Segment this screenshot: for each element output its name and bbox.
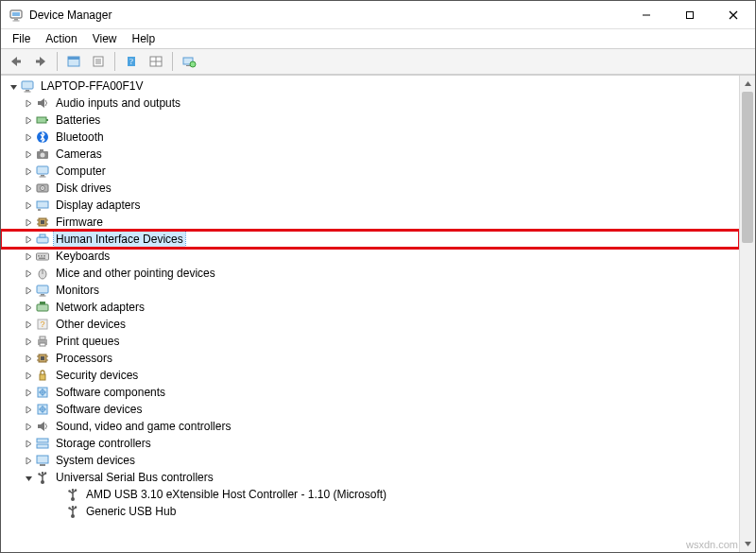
tree-item-label: Security devices <box>54 368 140 383</box>
tree-item-cameras[interactable]: Cameras <box>1 146 739 163</box>
svg-rect-60 <box>40 302 45 304</box>
tree-item-firmware[interactable]: Firmware <box>1 214 739 231</box>
tree-twist-icon[interactable] <box>22 406 35 414</box>
menu-file[interactable]: File <box>5 30 38 47</box>
svg-rect-22 <box>186 65 190 66</box>
other-icon: ? <box>35 317 50 332</box>
tree-item-computer[interactable]: Computer <box>1 163 739 180</box>
svg-rect-2 <box>14 19 18 21</box>
tree-item-security[interactable]: Security devices <box>1 367 739 384</box>
tree-twist-icon[interactable] <box>22 218 35 227</box>
tree-item-hid[interactable]: Human Interface Devices <box>1 231 739 248</box>
tree-twist-icon[interactable] <box>22 423 35 431</box>
tree-item-label: Batteries <box>54 112 102 128</box>
menu-action[interactable]: Action <box>38 30 84 47</box>
tree-item-print[interactable]: Print queues <box>1 333 739 350</box>
tree-twist-icon[interactable] <box>22 457 35 465</box>
vertical-scrollbar[interactable] <box>739 76 755 552</box>
tree-twist-icon[interactable] <box>22 320 35 329</box>
cpu-icon <box>35 351 50 366</box>
tree-item-system[interactable]: System devices <box>1 452 739 469</box>
tree-item-usb[interactable]: Universal Serial Bus controllers <box>1 469 739 486</box>
minimize-button[interactable] <box>625 1 668 29</box>
svg-rect-24 <box>22 81 33 89</box>
tree-item-cpu[interactable]: Processors <box>1 350 739 367</box>
tree-item-label: Software devices <box>54 402 144 417</box>
mouse-icon <box>35 266 50 281</box>
scan-hardware-button[interactable] <box>178 51 200 72</box>
svg-rect-56 <box>37 285 48 293</box>
svg-rect-53 <box>39 258 45 260</box>
tree-item-disk[interactable]: Disk drives <box>1 180 739 197</box>
back-button[interactable] <box>5 51 27 72</box>
svg-rect-67 <box>41 356 44 360</box>
tree-twist-icon[interactable] <box>22 269 35 278</box>
svg-rect-34 <box>41 175 44 177</box>
tree-twist-icon[interactable] <box>22 235 35 244</box>
software-icon <box>35 385 50 400</box>
tree-item-mice[interactable]: Mice and other pointing devices <box>1 265 739 282</box>
scroll-down-button[interactable] <box>740 536 755 552</box>
svg-rect-96 <box>75 507 77 509</box>
tree-item-label: Cameras <box>54 147 104 162</box>
tree-item-network[interactable]: Network adapters <box>1 299 739 316</box>
maximize-button[interactable] <box>668 1 712 29</box>
tree-twist-icon[interactable] <box>7 82 20 91</box>
tree-twist-icon[interactable] <box>22 133 35 142</box>
svg-point-87 <box>38 473 40 475</box>
tree-item-usb-generic[interactable]: Generic USB Hub <box>1 503 739 520</box>
menu-help[interactable]: Help <box>125 30 163 47</box>
tree-item-other[interactable]: ? Other devices <box>1 316 739 333</box>
tree-twist-icon[interactable] <box>22 116 35 125</box>
tree-item-swdev[interactable]: Software devices <box>1 401 739 418</box>
forward-button[interactable] <box>29 51 52 72</box>
tree-item-swcomp[interactable]: Software components <box>1 384 739 401</box>
svg-point-91 <box>68 490 70 492</box>
tree-twist-icon[interactable] <box>22 150 35 159</box>
menu-view[interactable]: View <box>85 30 125 47</box>
scroll-thumb[interactable] <box>742 92 753 243</box>
help-button[interactable]: ? <box>120 51 143 72</box>
tree-item-label: Audio inputs and outputs <box>54 95 182 111</box>
svg-rect-3 <box>13 20 20 21</box>
svg-rect-35 <box>40 177 46 178</box>
device-tree[interactable]: LAPTOP-FFA00F1V Audio inputs and outputs… <box>1 76 739 552</box>
tree-item-audio[interactable]: Audio inputs and outputs <box>1 95 739 112</box>
svg-rect-52 <box>43 255 45 257</box>
device-manager-window: Device Manager File Action View Help <box>0 0 756 553</box>
monitor-icon <box>35 283 50 298</box>
tree-twist-icon[interactable] <box>22 337 35 346</box>
tree-item-batteries[interactable]: Batteries <box>1 112 739 129</box>
display-adapter-icon <box>35 198 50 213</box>
close-button[interactable] <box>712 1 755 29</box>
tree-twist-icon[interactable] <box>22 167 35 176</box>
svg-rect-81 <box>37 439 48 442</box>
tree-item-keyboards[interactable]: Keyboards <box>1 248 739 265</box>
tree-twist-icon[interactable] <box>22 474 35 482</box>
tree-root[interactable]: LAPTOP-FFA00F1V <box>1 78 739 95</box>
tree-item-bluetooth[interactable]: Bluetooth <box>1 129 739 146</box>
tree-twist-icon[interactable] <box>22 440 35 448</box>
tree-twist-icon[interactable] <box>22 201 35 210</box>
tree-twist-icon[interactable] <box>22 252 35 261</box>
tree-twist-icon[interactable] <box>22 372 35 380</box>
svg-rect-47 <box>37 237 48 243</box>
tree-item-sound[interactable]: Sound, video and game controllers <box>1 418 739 435</box>
scroll-up-button[interactable] <box>740 76 755 92</box>
tree-twist-icon[interactable] <box>22 184 35 193</box>
scroll-track[interactable] <box>740 92 755 536</box>
tree-item-label: Mice and other pointing devices <box>54 266 217 281</box>
tree-item-storage[interactable]: Storage controllers <box>1 435 739 452</box>
tree-item-display[interactable]: Display adapters <box>1 197 739 214</box>
tree-twist-icon[interactable] <box>22 389 35 397</box>
tree-item-monitors[interactable]: Monitors <box>1 282 739 299</box>
tree-item-usb-amd[interactable]: AMD USB 3.10 eXtensible Host Controller … <box>1 486 739 503</box>
show-hidden-button[interactable] <box>62 51 85 72</box>
tree-item-label: Sound, video and game controllers <box>54 419 232 434</box>
tree-twist-icon[interactable] <box>22 354 35 363</box>
tree-twist-icon[interactable] <box>22 286 35 295</box>
tree-twist-icon[interactable] <box>22 303 35 312</box>
grid-view-button[interactable] <box>145 51 167 72</box>
tree-twist-icon[interactable] <box>22 99 35 108</box>
properties-button[interactable] <box>87 51 110 72</box>
